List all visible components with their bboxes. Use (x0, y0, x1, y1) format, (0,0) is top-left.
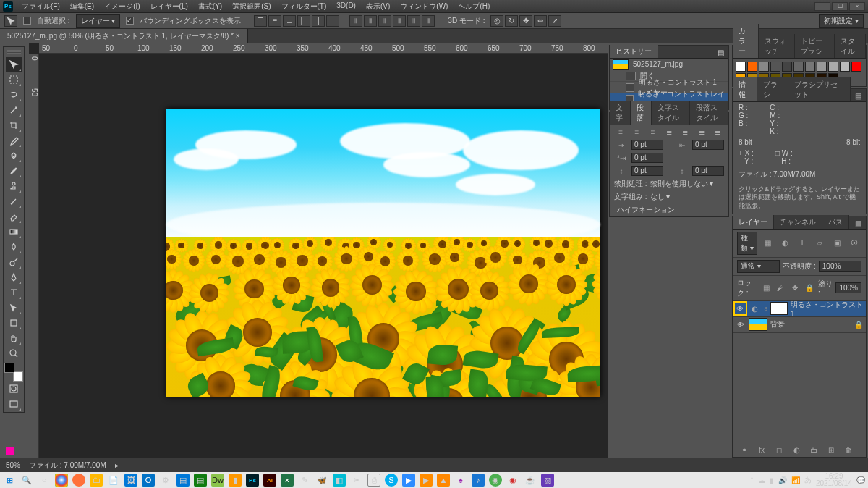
document-tab[interactable]: 5025127_m.jpg @ 50% (明るさ・コントラスト 1, レイヤーマ… (0, 29, 248, 43)
tab-charstyle[interactable]: 文字スタイル (652, 101, 690, 125)
path-select-tool[interactable] (6, 300, 22, 315)
align-hcenter-icon[interactable]: | (312, 15, 325, 27)
butterfly-icon[interactable]: 🦋 (315, 474, 328, 487)
dist-right-icon[interactable]: ⫴ (422, 15, 435, 27)
hand-tool[interactable] (6, 331, 22, 345)
crop-tool[interactable] (6, 118, 22, 132)
menu-help[interactable]: ヘルプ(H) (454, 0, 494, 13)
doc-info[interactable]: ファイル : 7.00M/7.00M (29, 460, 106, 471)
ruler-vertical[interactable]: 050 (29, 54, 39, 458)
filter-adjust-icon[interactable]: ◐ (778, 238, 792, 248)
search-icon[interactable]: 🔍 (20, 474, 33, 487)
history-snapshot[interactable]: 5025127_m.jpg (610, 59, 728, 70)
panel-menu-icon[interactable]: ▤ (851, 218, 866, 229)
swatch[interactable] (805, 62, 815, 72)
move-tool[interactable] (6, 57, 22, 72)
app-icon[interactable]: ♠ (454, 474, 467, 487)
firefox-icon[interactable] (72, 474, 85, 487)
wand-tool[interactable] (6, 103, 22, 117)
close-button[interactable]: × (849, 2, 865, 11)
pen-tool[interactable] (6, 270, 22, 285)
auto-select-target[interactable]: レイヤー ▾ (76, 14, 121, 28)
workspace-switcher[interactable]: 初期設定 ▾ (819, 14, 864, 28)
layer-filter-kind[interactable]: 種類 ▾ (737, 232, 757, 255)
color-swatches[interactable] (4, 363, 23, 382)
app-icon[interactable]: ☕ (524, 474, 537, 487)
lock-all-icon[interactable]: 🔒 (804, 283, 815, 293)
settings-icon[interactable]: ⚙ (159, 474, 172, 487)
app-icon[interactable]: ✎ (298, 474, 311, 487)
tab-paragraph[interactable]: 段落 (631, 101, 652, 125)
record-icon[interactable]: ◉ (506, 474, 519, 487)
layer-row-adjustment[interactable]: 👁 ◐ 8 明るさ・コントラスト 1 (733, 301, 866, 317)
vlc-icon[interactable]: ▲ (437, 474, 450, 487)
eyedropper-tool[interactable] (6, 133, 22, 148)
3d-pan-icon[interactable]: ✥ (519, 15, 532, 27)
tab-brush[interactable]: ブラシ (757, 77, 788, 101)
dist-hcenter-icon[interactable]: ⫴ (407, 15, 420, 27)
brush-tool[interactable] (6, 164, 22, 178)
swatch[interactable] (736, 62, 746, 72)
sublime-icon[interactable]: ▮ (229, 474, 242, 487)
zoom-tool[interactable] (6, 346, 22, 361)
layer-mask-thumb[interactable] (770, 302, 788, 315)
maximize-button[interactable]: ☐ (832, 2, 848, 11)
dreamweaver-icon[interactable]: Dw (211, 474, 224, 487)
swatch[interactable] (747, 62, 757, 72)
3d-roll-icon[interactable]: ↻ (505, 15, 518, 27)
filter-type-icon[interactable]: T (795, 238, 809, 248)
tab-layers[interactable]: レイヤー (733, 215, 774, 229)
new-adjustment-icon[interactable]: ◐ (789, 445, 804, 455)
zoom-level[interactable]: 50% (6, 461, 20, 469)
eraser-tool[interactable] (6, 209, 22, 224)
app-icon[interactable]: ▨ (541, 474, 554, 487)
lock-paint-icon[interactable]: 🖌 (775, 283, 786, 293)
dist-vcenter-icon[interactable]: ⫴ (364, 15, 377, 27)
canvas[interactable] (166, 109, 600, 397)
menu-type[interactable]: 書式(Y) (194, 0, 226, 13)
app-icon[interactable]: ▤ (176, 474, 190, 487)
skype-icon[interactable]: S (385, 474, 398, 487)
photos-icon[interactable]: 🖼 (124, 474, 137, 487)
dist-bottom-icon[interactable]: ⫴ (378, 15, 391, 27)
doc-info-menu[interactable]: ▸ (115, 461, 119, 469)
media-icon[interactable]: ▶ (420, 474, 433, 487)
app-icon[interactable]: ▤ (194, 474, 207, 487)
dodge-tool[interactable] (6, 255, 22, 269)
tab-channels[interactable]: チャンネル (774, 215, 822, 229)
type-tool[interactable] (6, 285, 22, 300)
swatch[interactable] (840, 62, 850, 72)
cortana-icon[interactable]: ○ (38, 474, 51, 487)
menu-select[interactable]: 選択範囲(S) (228, 0, 275, 13)
outlook-icon[interactable]: O (142, 474, 155, 487)
blur-tool[interactable] (6, 240, 22, 254)
delete-layer-icon[interactable]: 🗑 (841, 445, 856, 455)
indent-left-input[interactable]: 0 pt (631, 140, 663, 150)
minimize-button[interactable]: – (814, 2, 830, 11)
swatch[interactable] (759, 62, 769, 72)
quickmask-toggle[interactable] (6, 382, 22, 396)
mojikumi-select[interactable]: なし ▾ (650, 192, 724, 202)
new-layer-icon[interactable]: ⊞ (824, 445, 838, 455)
layer-name[interactable]: 明るさ・コントラスト 1 (791, 300, 863, 318)
layer-visibility-toggle[interactable]: 👁 (736, 319, 746, 329)
fill-input[interactable]: 100% (835, 282, 861, 293)
zoom-icon[interactable]: ▶ (402, 474, 415, 487)
tab-brushpreset[interactable]: ブラシプリセット (788, 77, 851, 101)
clock-date[interactable]: 2021/08/14 (816, 480, 852, 487)
explorer-icon[interactable]: 🗀 (90, 474, 103, 487)
space-before-input[interactable]: 0 pt (631, 166, 663, 176)
app-icon[interactable]: ⎙ (367, 474, 380, 487)
tab-info[interactable]: 情報 (733, 77, 757, 101)
tab-parastyle[interactable]: 段落スタイル (690, 101, 728, 125)
align-top-icon[interactable]: ⎺ (254, 15, 267, 27)
ruler-horizontal[interactable]: 5005010015020025030035040045050055060065… (39, 43, 608, 54)
music-icon[interactable]: ♪ (472, 474, 485, 487)
heal-tool[interactable] (6, 148, 22, 163)
space-after-input[interactable]: 0 pt (692, 166, 724, 176)
lock-move-icon[interactable]: ✥ (789, 283, 801, 293)
filter-toggle[interactable]: ⦿ (847, 238, 861, 248)
align-left-icon[interactable]: ≡ (614, 127, 627, 137)
indent-right-input[interactable]: 0 pt (692, 140, 724, 150)
filter-shape-icon[interactable]: ▱ (812, 238, 827, 248)
